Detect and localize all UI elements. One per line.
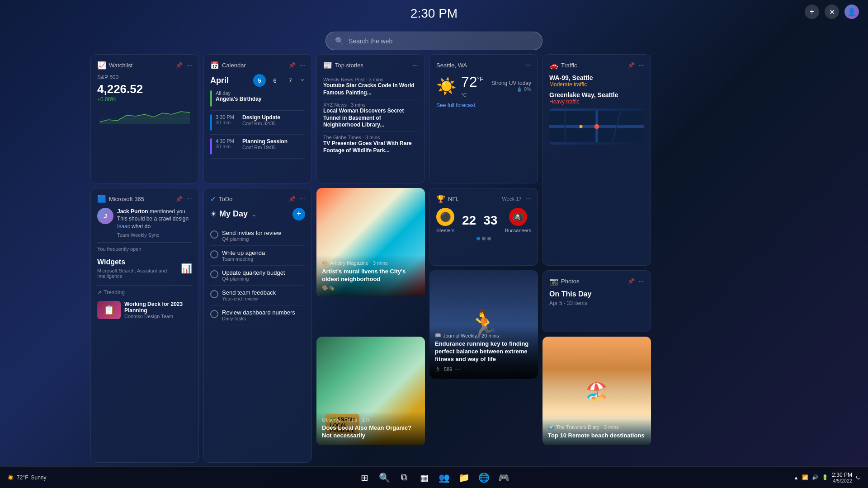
todo-checkbox-3[interactable] <box>210 270 218 278</box>
pin-icon[interactable]: 📌 <box>175 62 183 69</box>
cal-expand-icon[interactable]: ⌄ <box>299 74 305 87</box>
traffic-title: Traffic <box>561 62 577 69</box>
notification-icon[interactable]: 🗨 <box>856 475 861 480</box>
todo-item-4[interactable]: Send team feedback Year-end review <box>210 286 305 305</box>
todo-item-1[interactable]: Send invites for review Q4 planning <box>210 226 305 246</box>
top-stories-more-icon[interactable]: ··· <box>412 61 418 70</box>
cal-today[interactable]: 5 <box>253 74 266 87</box>
cal-event-1[interactable]: 3:30 PM30 min Design Update Conf Rm 32/3… <box>210 111 305 135</box>
add-icon[interactable]: + <box>805 5 819 19</box>
calendar-pin-icon[interactable]: 📌 <box>288 62 296 69</box>
taskbar-left: ☀️ 72°F Sunny <box>7 474 47 481</box>
photos-pin-icon[interactable]: 📌 <box>627 278 635 285</box>
travel-news-widget[interactable]: 🏖️ 🌍 The Travelers Diary · 3 mins Top 10… <box>542 337 651 445</box>
trending-item-sub: Contoso Design Team <box>124 314 192 319</box>
watchlist-title: Watchlist <box>109 62 132 69</box>
nfl-more-icon[interactable]: ··· <box>525 195 531 203</box>
watchlist-price: 4,226.52 <box>97 82 192 96</box>
more-icon[interactable]: ··· <box>186 61 192 70</box>
teams-icon[interactable]: 👥 <box>436 469 452 486</box>
trending-thumb: 📋 <box>97 301 121 319</box>
wifi-icon[interactable]: 📶 <box>802 474 808 480</box>
todo-pin-icon[interactable]: 📌 <box>288 196 296 202</box>
taskbar-time: 2:30 PM <box>832 472 852 478</box>
trending-label: Trending <box>104 289 125 296</box>
story-3[interactable]: The Globe Times · 3 mins TV Presenter Go… <box>323 132 418 157</box>
todo-checkbox-1[interactable] <box>210 230 218 239</box>
cal-birthday-event: Angela's Birthday <box>216 96 262 102</box>
trending-item[interactable]: 📋 Working Deck for 2023 Planning Contoso… <box>97 298 192 322</box>
sun-icon: ☀ <box>210 210 217 218</box>
taskbar-clock[interactable]: 2:30 PM 4/5/2022 <box>832 472 852 483</box>
search-icon: 🔍 <box>335 37 344 45</box>
todo-item5-sub: Daily tasks <box>222 316 295 321</box>
artist-title: Artist's mural livens the City's oldest … <box>322 268 420 283</box>
m365-pin-icon[interactable]: 📌 <box>175 196 183 202</box>
cal-day6[interactable]: 6 <box>269 74 281 87</box>
story-1[interactable]: Weekly News Post · 3 mins Youtube Star C… <box>323 74 418 99</box>
todo-checkbox-4[interactable] <box>210 290 218 298</box>
cal-event-2[interactable]: 4:30 PM30 min Planning Session Conf Rm 1… <box>210 135 305 159</box>
m365-title: Microsoft 365 <box>109 196 144 202</box>
news-icon: 📰 <box>323 61 332 70</box>
user-avatar[interactable]: 👤 <box>844 5 859 19</box>
photos-more-icon[interactable]: ··· <box>638 277 644 286</box>
system-tray-arrow[interactable]: ▲ <box>793 475 798 480</box>
traffic-pin-icon[interactable]: 📌 <box>627 62 635 69</box>
todo-item1-title: Send invites for review <box>222 230 281 236</box>
svg-point-6 <box>594 124 599 129</box>
volume-icon[interactable]: 🔊 <box>812 474 818 480</box>
widgets-item[interactable]: Widgets Microsoft Search, Assistant and … <box>97 255 192 282</box>
todo-item-2[interactable]: Write up agenda Team meeting <box>210 246 305 266</box>
cal-event1-title: Design Update <box>242 114 280 121</box>
journal-news-widget[interactable]: 🏃 📖 Journal Weekly · 20 mins Endurance r… <box>429 270 538 379</box>
file-explorer-icon[interactable]: 📁 <box>456 469 472 486</box>
todo-item3-title: Update quarterly budget <box>222 269 285 276</box>
dot-2 <box>487 237 491 240</box>
chevron-down-icon[interactable]: ⌄ <box>251 211 257 218</box>
top-right-icons: + ✕ 👤 <box>805 5 859 19</box>
photos-title: Photos <box>561 278 579 285</box>
artist-news-widget[interactable]: 🎨 Artistry Magazine · 3 mins Artist's mu… <box>316 188 425 296</box>
journal-more-icon[interactable]: ··· <box>455 365 461 373</box>
photos-meta: Apr 5 · 33 items <box>549 300 644 306</box>
xbox-icon[interactable]: 🎮 <box>495 469 512 486</box>
task-view-icon[interactable]: ⧉ <box>396 469 412 486</box>
todo-item-5[interactable]: Review dashboard numbers Daily tasks <box>210 305 305 325</box>
organic-news-widget[interactable]: 🌿 FRESHLOCALPRODUCE Observer Times · 1 h… <box>316 337 425 445</box>
todo-more-icon[interactable]: ··· <box>299 195 305 203</box>
search-bar[interactable]: 🔍 <box>326 32 542 50</box>
story1-source: Weekly News Post · 3 mins <box>323 77 418 82</box>
todo-widget: ✓ ToDo 📌 ··· ☀ My Day ⌄ + Send invites f… <box>203 188 312 463</box>
watchlist-change: +0.08% <box>97 96 192 103</box>
cal-day7[interactable]: 7 <box>284 74 297 87</box>
todo-add-button[interactable]: + <box>292 208 305 221</box>
steelers-logo: ⚫ <box>436 208 454 226</box>
todo-item-3[interactable]: Update quarterly budget Q4 planning <box>210 266 305 286</box>
weather-precip: 💧 0% <box>491 86 531 92</box>
traffic-more-icon[interactable]: ··· <box>638 61 644 70</box>
browser-icon[interactable]: 🌐 <box>476 469 492 486</box>
todo-checkbox-2[interactable] <box>210 250 218 258</box>
traffic-road1: WA-99, Seattle Moderate traffic <box>549 74 644 88</box>
travel-icon: 🌍 <box>548 424 554 430</box>
battery-icon[interactable]: 🔋 <box>822 474 828 480</box>
weather-more-icon[interactable]: ··· <box>525 61 531 69</box>
watchlist-header: 📈 Watchlist 📌 ··· <box>97 61 192 70</box>
taskbar-right: ▲ 📶 🔊 🔋 2:30 PM 4/5/2022 🗨 <box>793 472 861 483</box>
sparkline <box>97 106 192 124</box>
close-icon[interactable]: ✕ <box>825 5 839 19</box>
search-taskbar-icon[interactable]: 🔍 <box>376 469 392 486</box>
start-button[interactable]: ⊞ <box>356 469 373 486</box>
calendar-more-icon[interactable]: ··· <box>299 61 305 70</box>
todo-checkbox-5[interactable] <box>210 310 218 318</box>
travel-news-overlay: 🌍 The Travelers Diary · 3 mins Top 10 Re… <box>542 419 651 445</box>
widgets-taskbar-icon[interactable]: ▦ <box>416 469 432 486</box>
story-2[interactable]: XYZ News · 3 mins Local Woman Discovers … <box>323 99 418 132</box>
taskbar: ☀️ 72°F Sunny ⊞ 🔍 ⧉ ▦ 👥 📁 🌐 🎮 ▲ 📶 🔊 🔋 2:… <box>0 466 868 488</box>
organic-title: Does Local Also Mean Organic? Not necess… <box>322 424 420 440</box>
m365-more-icon[interactable]: ··· <box>186 195 192 203</box>
see-forecast-link[interactable]: See full forecast <box>436 102 531 108</box>
search-input[interactable] <box>349 38 533 45</box>
artistry-icon: 🎨 <box>322 260 328 266</box>
